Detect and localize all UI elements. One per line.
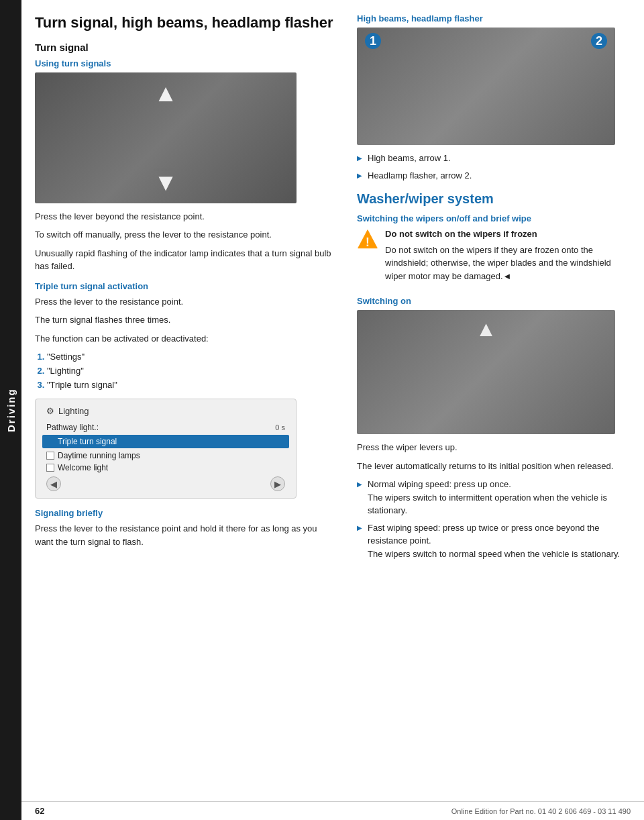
triple-section: Triple turn signal activation Press the … — [35, 281, 337, 499]
high-beams-section: High beams, headlamp flasher 2 High beam… — [357, 13, 631, 182]
signaling-briefly-h3: Signaling briefly — [35, 508, 337, 518]
step-1: "Settings" — [47, 350, 337, 364]
page-number: 62 — [35, 806, 44, 816]
turn-signal-h2: Turn signal — [35, 42, 337, 53]
wiper-bullet-1: Normal wiping speed: press up once. The … — [357, 478, 631, 517]
steps-list: "Settings" "Lighting" "Triple turn signa… — [47, 350, 337, 392]
high-beams-bullet-1: High beams, arrow 1. — [357, 152, 631, 165]
triple-row-highlight: Triple turn signal — [42, 435, 289, 448]
turn-signal-image — [35, 72, 297, 203]
triple-para1: Press the lever to the resistance point. — [35, 295, 337, 309]
high-beams-bullet-2: Headlamp flasher, arrow 2. — [357, 169, 631, 183]
wiper-para1: Press the wiper levers up. — [357, 441, 631, 454]
turn-signal-para1: Press the lever beyond the resistance po… — [35, 210, 337, 223]
warning-line1: Do not switch on the wipers if frozen — [385, 227, 631, 241]
sidebar-label: Driving — [5, 388, 17, 432]
panel-nav-right[interactable]: ▶ — [270, 476, 285, 491]
signaling-briefly-section: Signaling briefly Press the lever to the… — [35, 508, 337, 548]
pathway-label: Pathway light.: — [46, 423, 99, 432]
high-beams-h3: High beams, headlamp flasher — [357, 13, 631, 23]
lighting-panel-title: ⚙ Lighting — [46, 406, 285, 416]
two-col-layout: Turn signal, high beams, headlamp flashe… — [21, 0, 644, 801]
signaling-briefly-para: Press the lever to the resistance point … — [35, 522, 337, 548]
page-footer: 62 Online Edition for Part no. 01 40 2 6… — [21, 801, 644, 820]
daytime-label: Daytime running lamps — [58, 451, 140, 460]
washer-wiper-h4: Washer/wiper system — [357, 191, 631, 207]
wiper-para2: The lever automatically returns to its i… — [357, 460, 631, 473]
wiper-bullet-1-detail: The wipers switch to intermittent operat… — [368, 493, 607, 516]
pathway-value: 0 s — [275, 423, 285, 431]
using-turn-signals-h3: Using turn signals — [35, 58, 337, 68]
page-container: Driving Turn signal, high beams, headlam… — [0, 0, 644, 820]
warning-text-block: Do not switch on the wipers if frozen Do… — [385, 227, 631, 288]
daytime-cb-label: Daytime running lamps — [46, 451, 140, 460]
wiper-bullet-1-content: Normal wiping speed: press up once. The … — [368, 478, 631, 517]
welcome-cb-label: Welcome light — [46, 463, 108, 472]
washer-wiper-section: Washer/wiper system Switching the wipers… — [357, 191, 631, 560]
high-beams-bullet-2-text: Headlamp flasher, arrow 2. — [368, 169, 472, 183]
triple-label: Triple turn signal — [58, 437, 117, 446]
wiper-bullet-2-content: Fast wiping speed: press up twice or pre… — [368, 521, 631, 561]
welcome-row: Welcome light — [46, 462, 285, 474]
warning-icon: ! — [357, 229, 378, 250]
turn-signal-para2: To switch off manually, press the lever … — [35, 228, 337, 242]
welcome-label: Welcome light — [58, 463, 108, 472]
daytime-checkbox[interactable] — [46, 452, 54, 460]
right-column: High beams, headlamp flasher 2 High beam… — [350, 13, 644, 801]
wiper-image — [357, 310, 615, 434]
welcome-checkbox[interactable] — [46, 464, 54, 472]
triple-cb-label: Triple turn signal — [46, 437, 117, 446]
svg-text:!: ! — [366, 236, 370, 249]
triple-h3: Triple turn signal activation — [35, 281, 337, 291]
pathway-row: Pathway light.: 0 s — [46, 421, 285, 433]
content-area: Turn signal, high beams, headlamp flashe… — [21, 0, 644, 820]
high-beam-image: 2 — [357, 28, 615, 145]
lighting-panel-label: Lighting — [58, 406, 89, 416]
lighting-panel-icon: ⚙ — [46, 406, 54, 416]
warning-line2: Do not switch on the wipers if they are … — [385, 244, 631, 283]
sidebar: Driving — [0, 0, 21, 820]
high-beams-bullet-1-text: High beams, arrow 1. — [368, 152, 451, 165]
daytime-row: Daytime running lamps — [46, 450, 285, 462]
left-column: Turn signal, high beams, headlamp flashe… — [21, 13, 350, 801]
high-beams-bullets: High beams, arrow 1. Headlamp flasher, a… — [357, 152, 631, 182]
panel-nav: ◀ ▶ — [46, 476, 285, 491]
main-title: Turn signal, high beams, headlamp flashe… — [35, 13, 337, 32]
switching-on-off-h3: Switching the wipers on/off and brief wi… — [357, 213, 631, 223]
wiper-bullet-2-label: Fast wiping speed: press up twice or pre… — [368, 523, 599, 546]
turn-signal-para3: Unusually rapid flashing of the indicato… — [35, 247, 337, 273]
triple-para2: The turn signal flashes three times. — [35, 313, 337, 327]
lighting-panel: ⚙ Lighting Pathway light.: 0 s Triple tu… — [35, 399, 297, 499]
wiper-bullets: Normal wiping speed: press up once. The … — [357, 478, 631, 560]
wiper-bullet-2-detail: The wipers switch to normal speed when t… — [368, 549, 620, 559]
triple-para3: The function can be activated or deactiv… — [35, 332, 337, 346]
panel-nav-left[interactable]: ◀ — [46, 476, 61, 491]
triple-checkbox[interactable] — [46, 438, 54, 446]
footer-text: Online Edition for Part no. 01 40 2 606 … — [451, 807, 631, 815]
step-2: "Lighting" — [47, 364, 337, 378]
turn-signal-section: Turn signal Using turn signals Press the… — [35, 42, 337, 273]
switching-on-h3: Switching on — [357, 296, 631, 306]
step-3: "Triple turn signal" — [47, 378, 337, 393]
warning-box: ! Do not switch on the wipers if frozen … — [357, 227, 631, 288]
wiper-bullet-2: Fast wiping speed: press up twice or pre… — [357, 521, 631, 561]
label-2: 2 — [591, 33, 607, 49]
wiper-bullet-1-label: Normal wiping speed: press up once. — [368, 479, 511, 489]
